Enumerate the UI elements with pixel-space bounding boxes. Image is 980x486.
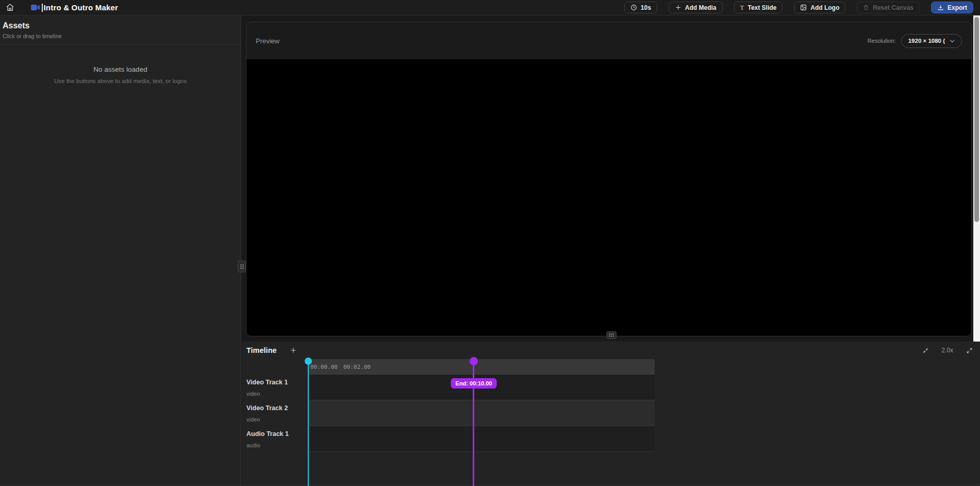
expand-icon — [966, 347, 973, 354]
clock-icon — [630, 4, 637, 11]
vertical-scrollbar[interactable] — [973, 15, 980, 345]
timeline-zoom-controls: 2.0x — [921, 346, 976, 355]
text-caret — [42, 4, 43, 12]
plus-icon — [290, 347, 297, 354]
resolution-select[interactable]: 1920 × 1080 ( — [901, 34, 962, 48]
timeline-body: Video Track 1 video Video Track 2 video … — [242, 359, 980, 486]
preview-header: Preview Resolution: 1920 × 1080 ( — [246, 22, 971, 59]
video-camera-icon — [31, 4, 40, 11]
timeline-title: Timeline — [246, 346, 277, 354]
header-bar: Intro & Outro Maker 10s Add Media T Text… — [0, 0, 980, 15]
preview-card: Preview Resolution: 1920 × 1080 ( — [246, 22, 972, 336]
ruler-spacer — [242, 359, 308, 375]
resolution-group: Resolution: 1920 × 1080 ( — [868, 34, 962, 48]
playhead-knob[interactable] — [305, 358, 312, 365]
track-header[interactable]: Video Track 2 video — [242, 400, 308, 426]
end-marker-knob[interactable] — [470, 357, 478, 365]
time-ruler[interactable]: 00:00.00 00:02.00 — [308, 359, 655, 375]
playhead-line — [308, 359, 309, 486]
duration-button[interactable]: 10s — [624, 2, 657, 13]
grip-horizontal-icon — [609, 333, 614, 337]
playhead[interactable] — [308, 359, 309, 486]
assets-subtitle: Click or drag to timeline — [3, 33, 238, 39]
zoom-out-button[interactable] — [921, 346, 930, 355]
vertical-resize-handle[interactable] — [238, 261, 246, 272]
project-title-input[interactable]: Intro & Outro Maker — [42, 3, 118, 12]
assets-panel: Assets Click or drag to timeline No asse… — [0, 15, 241, 486]
horizontal-resize-handle[interactable] — [606, 331, 617, 339]
track-header[interactable]: Video Track 1 video — [242, 375, 308, 400]
main-area: Preview Resolution: 1920 × 1080 ( — [242, 15, 980, 486]
track-lane-audio-1[interactable] — [308, 426, 655, 452]
collapse-icon — [922, 347, 929, 354]
text-slide-button[interactable]: T Text Slide — [734, 2, 783, 13]
end-time-badge: End: 00:10.00 — [451, 378, 497, 388]
track-header[interactable]: Audio Track 1 audio — [242, 426, 308, 452]
timeline-panel: Timeline 2.0x — [242, 342, 980, 486]
grip-vertical-icon — [240, 264, 244, 269]
add-track-button[interactable] — [288, 345, 298, 355]
ruler-label: 00:02.00 — [343, 364, 371, 370]
zoom-in-button[interactable] — [965, 346, 974, 355]
empty-state-title: No assets loaded — [0, 66, 241, 73]
text-icon: T — [740, 4, 744, 12]
preview-title: Preview — [256, 37, 279, 45]
zoom-level: 2.0x — [941, 347, 953, 354]
preview-region: Preview Resolution: 1920 × 1080 ( — [242, 15, 980, 342]
assets-title: Assets — [3, 21, 238, 30]
plus-icon — [675, 4, 682, 11]
ruler-label: 00:00.00 — [310, 364, 338, 370]
download-icon — [937, 4, 944, 11]
timeline-header: Timeline 2.0x — [242, 342, 980, 359]
preview-canvas[interactable] — [246, 59, 971, 336]
home-button[interactable] — [4, 2, 15, 13]
assets-panel-header: Assets Click or drag to timeline — [0, 15, 241, 45]
app-window: Intro & Outro Maker 10s Add Media T Text… — [0, 0, 980, 486]
export-button[interactable]: Export — [931, 2, 973, 13]
resolution-label: Resolution: — [868, 38, 896, 44]
header-actions: 10s Add Media T Text Slide Add Logo — [624, 2, 973, 13]
project-title: Intro & Outro Maker — [44, 3, 119, 12]
home-icon — [6, 3, 14, 12]
reset-canvas-button[interactable]: Reset Canvas — [857, 2, 920, 13]
add-media-button[interactable]: Add Media — [669, 2, 723, 13]
image-icon — [800, 4, 807, 11]
assets-empty-state: No assets loaded Use the buttons above t… — [0, 66, 241, 84]
track-lane-video-2[interactable] — [308, 400, 655, 426]
bottom-divider — [0, 484, 980, 485]
trash-icon — [863, 4, 869, 11]
scrollbar-thumb[interactable] — [974, 17, 979, 222]
chevron-down-icon — [950, 39, 955, 43]
resolution-value: 1920 × 1080 ( — [908, 38, 945, 44]
track-header-column: Video Track 1 video Video Track 2 video … — [242, 359, 308, 486]
timeline-lanes: 00:00.00 00:02.00 — [308, 359, 655, 452]
add-logo-button[interactable]: Add Logo — [794, 2, 845, 13]
empty-state-hint: Use the buttons above to add media, text… — [0, 78, 241, 84]
